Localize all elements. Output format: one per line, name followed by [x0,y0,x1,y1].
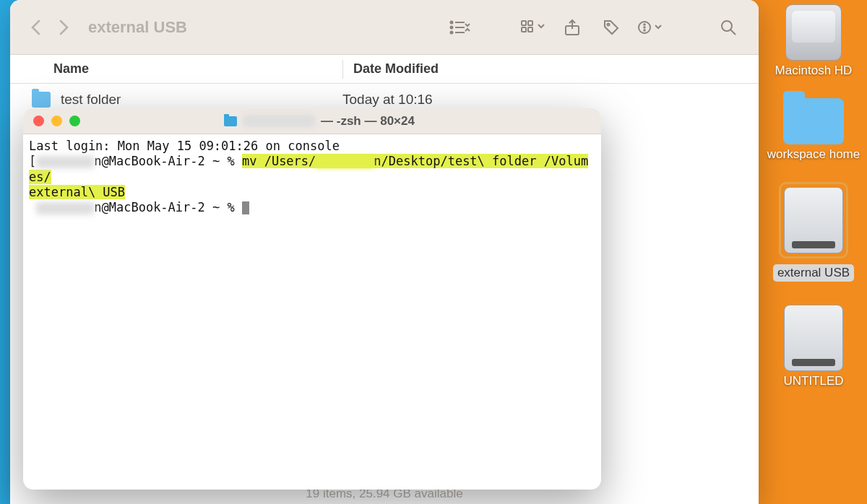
column-name-header[interactable]: Name [53,61,342,77]
terminal-prompt: [n@MacBook-Air-2 ~ % [29,154,242,168]
back-button[interactable] [26,18,45,37]
svg-point-4 [451,31,453,33]
tag-icon[interactable] [597,16,626,39]
terminal-body[interactable]: Last login: Mon May 15 09:01:26 on conso… [23,134,601,220]
more-icon[interactable] [636,16,665,39]
folder-icon [783,98,844,144]
group-icon[interactable] [519,16,548,39]
external-drive-icon [784,187,843,253]
svg-point-2 [451,26,453,28]
close-icon[interactable] [33,116,44,126]
row-name: test folder [61,92,121,108]
zoom-icon[interactable] [69,116,80,126]
column-modified-header[interactable]: Date Modified [353,61,439,77]
desktop-icons: Macintosh HD workspace home external USB… [760,0,867,504]
desktop-item-external-usb[interactable]: external USB [763,182,864,282]
finder-toolbar: external USB [10,0,759,55]
terminal-window: — -zsh — 80×24 Last login: Mon May 15 09… [23,108,601,490]
svg-rect-6 [522,21,526,25]
search-icon[interactable] [714,16,743,39]
minimize-icon[interactable] [51,116,62,126]
row-modified: Today at 10:16 [342,92,433,108]
folder-icon [224,116,237,126]
terminal-line: Last login: Mon May 15 09:01:26 on conso… [29,139,340,153]
view-list-icon[interactable] [447,16,475,39]
svg-point-16 [722,21,732,31]
hd-icon [785,4,842,61]
desktop-item-untitled[interactable]: UNTITLED [763,305,864,388]
svg-rect-8 [522,27,526,32]
terminal-titlebar[interactable]: — -zsh — 80×24 [23,108,601,134]
svg-rect-9 [528,27,532,32]
terminal-command-wrap: external\ USB [29,185,125,199]
svg-point-11 [608,23,610,25]
forward-button[interactable] [55,18,74,37]
svg-line-17 [730,30,736,35]
finder-title: external USB [88,18,187,37]
desktop-item-workspace[interactable]: workspace home [763,98,864,162]
svg-point-13 [644,24,645,25]
terminal-prompt: n@MacBook-Air-2 ~ % [29,200,242,214]
desktop-item-macintosh-hd[interactable]: Macintosh HD [763,4,864,78]
folder-icon [32,92,51,108]
terminal-title: — -zsh — 80×24 [87,114,551,129]
svg-point-15 [644,30,645,31]
svg-rect-7 [528,21,532,25]
svg-point-0 [451,21,453,23]
svg-point-14 [644,27,645,28]
external-drive-icon [784,305,843,371]
cursor-icon [242,201,249,215]
share-icon[interactable] [558,16,587,39]
finder-column-headers: Name Date Modified [10,55,759,84]
